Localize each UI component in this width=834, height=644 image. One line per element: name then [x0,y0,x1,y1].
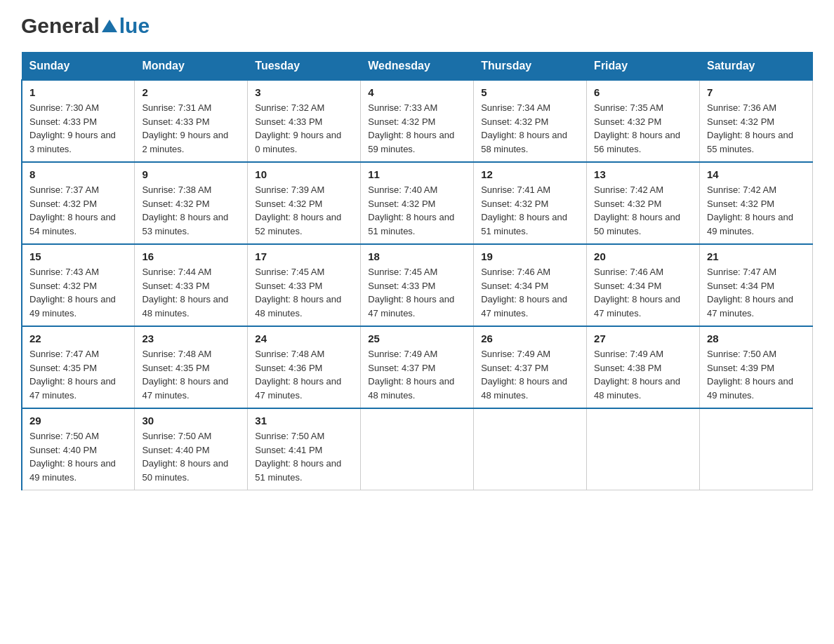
day-info: Sunrise: 7:50 AMSunset: 4:40 PMDaylight:… [29,429,127,484]
day-info: Sunrise: 7:49 AMSunset: 4:37 PMDaylight:… [368,347,466,402]
calendar-cell: 5 Sunrise: 7:34 AMSunset: 4:32 PMDayligh… [474,80,587,162]
day-number: 24 [255,333,353,344]
day-number: 7 [707,86,805,98]
day-info: Sunrise: 7:41 AMSunset: 4:32 PMDaylight:… [481,183,579,238]
day-number: 25 [368,333,466,344]
day-number: 9 [142,168,240,180]
calendar-cell: 7 Sunrise: 7:36 AMSunset: 4:32 PMDayligh… [700,80,813,162]
calendar-cell: 6 Sunrise: 7:35 AMSunset: 4:32 PMDayligh… [587,80,700,162]
week-row-2: 8 Sunrise: 7:37 AMSunset: 4:32 PMDayligh… [22,162,813,244]
day-info: Sunrise: 7:39 AMSunset: 4:32 PMDaylight:… [255,183,353,238]
day-number: 19 [481,250,579,262]
day-number: 26 [481,333,579,344]
day-number: 27 [594,333,692,344]
calendar-cell: 12 Sunrise: 7:41 AMSunset: 4:32 PMDaylig… [474,162,587,244]
header-sunday: Sunday [22,53,135,81]
day-info: Sunrise: 7:45 AMSunset: 4:33 PMDaylight:… [255,265,353,320]
day-number: 18 [368,250,466,262]
header-friday: Friday [587,53,700,81]
calendar-cell [700,408,813,490]
day-number: 23 [142,333,240,344]
day-number: 1 [29,86,127,98]
week-row-3: 15 Sunrise: 7:43 AMSunset: 4:32 PMDaylig… [22,244,813,326]
day-number: 17 [255,250,353,262]
svg-marker-0 [102,20,117,32]
day-info: Sunrise: 7:50 AMSunset: 4:41 PMDaylight:… [255,429,353,484]
day-number: 31 [255,415,353,427]
calendar-cell [474,408,587,490]
day-info: Sunrise: 7:30 AMSunset: 4:33 PMDaylight:… [29,101,127,156]
calendar-cell: 23 Sunrise: 7:48 AMSunset: 4:35 PMDaylig… [135,326,248,408]
calendar-cell: 14 Sunrise: 7:42 AMSunset: 4:32 PMDaylig… [700,162,813,244]
calendar-cell: 29 Sunrise: 7:50 AMSunset: 4:40 PMDaylig… [22,408,135,490]
calendar-cell: 21 Sunrise: 7:47 AMSunset: 4:34 PMDaylig… [700,244,813,326]
week-row-4: 22 Sunrise: 7:47 AMSunset: 4:35 PMDaylig… [22,326,813,408]
day-number: 22 [29,333,127,344]
day-number: 8 [29,168,127,180]
header-wednesday: Wednesday [361,53,474,81]
day-number: 20 [594,250,692,262]
day-number: 13 [594,168,692,180]
calendar-cell: 8 Sunrise: 7:37 AMSunset: 4:32 PMDayligh… [22,162,135,244]
calendar-table: SundayMondayTuesdayWednesdayThursdayFrid… [21,52,813,490]
day-number: 14 [707,168,805,180]
day-number: 6 [594,86,692,98]
day-number: 2 [142,86,240,98]
day-info: Sunrise: 7:48 AMSunset: 4:36 PMDaylight:… [255,347,353,402]
day-info: Sunrise: 7:35 AMSunset: 4:32 PMDaylight:… [594,101,692,156]
calendar-cell: 4 Sunrise: 7:33 AMSunset: 4:32 PMDayligh… [361,80,474,162]
day-number: 3 [255,86,353,98]
calendar-cell: 27 Sunrise: 7:49 AMSunset: 4:38 PMDaylig… [587,326,700,408]
day-info: Sunrise: 7:49 AMSunset: 4:37 PMDaylight:… [481,347,579,402]
day-info: Sunrise: 7:46 AMSunset: 4:34 PMDaylight:… [594,265,692,320]
calendar-cell: 2 Sunrise: 7:31 AMSunset: 4:33 PMDayligh… [135,80,248,162]
day-number: 29 [29,415,127,427]
day-info: Sunrise: 7:40 AMSunset: 4:32 PMDaylight:… [368,183,466,238]
header-row: SundayMondayTuesdayWednesdayThursdayFrid… [22,53,813,81]
calendar-cell: 3 Sunrise: 7:32 AMSunset: 4:33 PMDayligh… [248,80,361,162]
day-info: Sunrise: 7:31 AMSunset: 4:33 PMDaylight:… [142,101,240,156]
calendar-cell: 10 Sunrise: 7:39 AMSunset: 4:32 PMDaylig… [248,162,361,244]
calendar-cell: 24 Sunrise: 7:48 AMSunset: 4:36 PMDaylig… [248,326,361,408]
day-info: Sunrise: 7:44 AMSunset: 4:33 PMDaylight:… [142,265,240,320]
logo-triangle-icon [102,18,117,34]
day-info: Sunrise: 7:42 AMSunset: 4:32 PMDaylight:… [707,183,805,238]
logo-general-text: General [21,14,100,38]
day-info: Sunrise: 7:36 AMSunset: 4:32 PMDaylight:… [707,101,805,156]
day-number: 21 [707,250,805,262]
day-info: Sunrise: 7:33 AMSunset: 4:32 PMDaylight:… [368,101,466,156]
calendar-cell: 31 Sunrise: 7:50 AMSunset: 4:41 PMDaylig… [248,408,361,490]
calendar-cell: 30 Sunrise: 7:50 AMSunset: 4:40 PMDaylig… [135,408,248,490]
calendar-cell: 17 Sunrise: 7:45 AMSunset: 4:33 PMDaylig… [248,244,361,326]
day-number: 15 [29,250,127,262]
day-number: 28 [707,333,805,344]
day-info: Sunrise: 7:32 AMSunset: 4:33 PMDaylight:… [255,101,353,156]
day-number: 16 [142,250,240,262]
calendar-cell [361,408,474,490]
calendar-cell: 19 Sunrise: 7:46 AMSunset: 4:34 PMDaylig… [474,244,587,326]
header-tuesday: Tuesday [248,53,361,81]
day-info: Sunrise: 7:50 AMSunset: 4:39 PMDaylight:… [707,347,805,402]
calendar-cell: 1 Sunrise: 7:30 AMSunset: 4:33 PMDayligh… [22,80,135,162]
day-number: 30 [142,415,240,427]
calendar-cell: 20 Sunrise: 7:46 AMSunset: 4:34 PMDaylig… [587,244,700,326]
calendar-cell: 13 Sunrise: 7:42 AMSunset: 4:32 PMDaylig… [587,162,700,244]
week-row-1: 1 Sunrise: 7:30 AMSunset: 4:33 PMDayligh… [22,80,813,162]
calendar-cell: 26 Sunrise: 7:49 AMSunset: 4:37 PMDaylig… [474,326,587,408]
logo-area: General lue Blue [21,14,150,38]
header: General lue Blue [21,14,813,38]
day-number: 11 [368,168,466,180]
day-info: Sunrise: 7:50 AMSunset: 4:40 PMDaylight:… [142,429,240,484]
day-info: Sunrise: 7:43 AMSunset: 4:32 PMDaylight:… [29,265,127,320]
header-monday: Monday [135,53,248,81]
logo: General lue [21,14,150,38]
header-thursday: Thursday [474,53,587,81]
day-info: Sunrise: 7:37 AMSunset: 4:32 PMDaylight:… [29,183,127,238]
header-saturday: Saturday [700,53,813,81]
day-info: Sunrise: 7:45 AMSunset: 4:33 PMDaylight:… [368,265,466,320]
day-info: Sunrise: 7:47 AMSunset: 4:34 PMDaylight:… [707,265,805,320]
calendar-cell: 15 Sunrise: 7:43 AMSunset: 4:32 PMDaylig… [22,244,135,326]
calendar-cell: 16 Sunrise: 7:44 AMSunset: 4:33 PMDaylig… [135,244,248,326]
day-info: Sunrise: 7:38 AMSunset: 4:32 PMDaylight:… [142,183,240,238]
day-number: 10 [255,168,353,180]
